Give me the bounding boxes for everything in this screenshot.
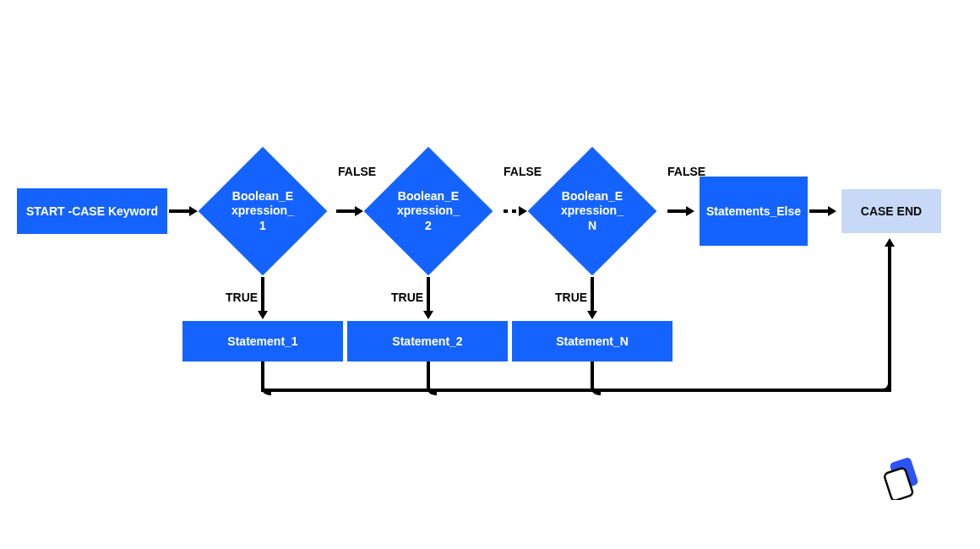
statement-1-box: Statement_1 — [182, 321, 343, 361]
merge-horizontal — [261, 389, 890, 392]
arrow-dn-else — [667, 209, 686, 213]
merge-corner-2 — [427, 385, 437, 395]
arrow-start-d1 — [169, 209, 189, 213]
true-label-2: TRUE — [391, 291, 423, 304]
arrow-d1-down — [261, 277, 264, 311]
true-label-1: TRUE — [226, 291, 258, 304]
arrow-start-d1-head — [189, 206, 198, 216]
end-box: CASE END — [841, 189, 941, 233]
decision-1-label: Boolean_Expression_1 — [199, 148, 326, 274]
start-box: START -CASE Keyword — [17, 188, 167, 234]
logo-icon — [877, 453, 931, 500]
merge-end-head — [885, 238, 895, 247]
decision-1: Boolean_Expression_1 — [199, 148, 326, 274]
arrow-dn-down — [591, 277, 594, 311]
arrow-d1-d2 — [336, 209, 355, 213]
arrow-else-end-head — [828, 206, 836, 216]
arrow-dn-else-head — [686, 206, 694, 216]
statement-2-box: Statement_2 — [347, 321, 508, 361]
arrow-dn-down-head — [587, 311, 597, 319]
decision-n: Boolean_Expression_N — [529, 148, 656, 274]
merge-corner-3 — [591, 385, 601, 395]
arrow-d1-down-head — [258, 311, 268, 319]
decision-2: Boolean_Expression_2 — [365, 148, 492, 274]
arrow-d2-down — [427, 277, 430, 311]
merge-corner-1 — [261, 385, 271, 395]
else-box: Statements_Else — [700, 177, 808, 246]
true-label-n: TRUE — [555, 291, 587, 304]
arrow-d1-d2-head — [355, 206, 363, 216]
arrow-d2-d3-head — [519, 206, 527, 216]
statement-n-box: Statement_N — [512, 321, 672, 361]
arrow-else-end — [809, 209, 828, 213]
arrow-dash-1 — [504, 209, 508, 213]
arrow-d2-down-head — [423, 311, 433, 319]
decision-n-label: Boolean_Expression_N — [529, 148, 656, 274]
decision-2-label: Boolean_Expression_2 — [365, 148, 492, 274]
arrow-dash-2 — [512, 209, 516, 213]
merge-rise — [888, 247, 891, 392]
